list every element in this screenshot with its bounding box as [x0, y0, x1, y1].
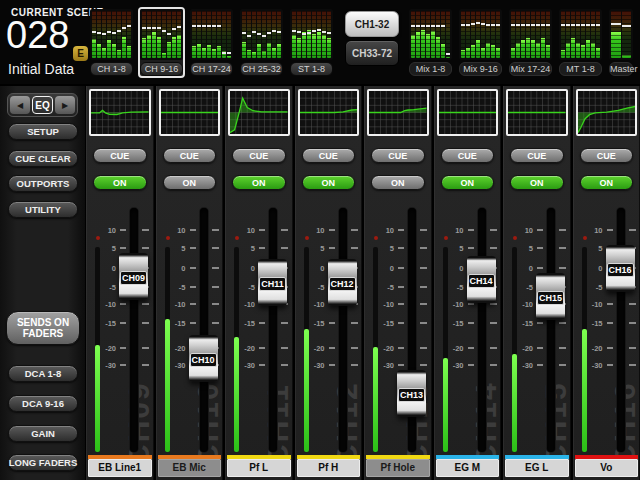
meter-bar — [177, 11, 181, 58]
sends-on-faders-button[interactable]: SENDS ON FADERS — [6, 311, 80, 345]
cue-button[interactable]: CUE — [441, 148, 495, 163]
eq-thumbnail[interactable] — [437, 89, 499, 136]
cue-button[interactable]: CUE — [371, 148, 425, 163]
fader-track[interactable] — [130, 208, 138, 452]
fader-knob[interactable]: CH10 — [189, 335, 218, 382]
fader-scale-label: 10 — [585, 226, 603, 235]
input-meter-block-ch-1-8[interactable]: CH 1-8 — [88, 7, 135, 78]
fader-track[interactable] — [339, 208, 347, 452]
output-meter-block-mix-17-24[interactable]: Mix 17-24 — [507, 7, 554, 78]
channel-name-plate[interactable]: Pf H — [297, 459, 361, 477]
cue-button[interactable]: CUE — [93, 148, 147, 163]
on-button[interactable]: ON — [232, 175, 286, 190]
input-meter-block-st-1-8[interactable]: ST 1-8 — [288, 7, 335, 78]
scale-tick — [607, 364, 613, 366]
on-button[interactable]: ON — [302, 175, 356, 190]
scale-tick — [212, 303, 219, 305]
fader-scale-label: -20 — [515, 344, 533, 353]
eq-thumbnail[interactable] — [159, 89, 221, 136]
channel-name-plate[interactable]: Pf L — [227, 459, 291, 477]
scale-tick — [329, 347, 335, 349]
cue-button[interactable]: CUE — [302, 148, 356, 163]
mode-next-button[interactable]: ▶ — [55, 96, 75, 114]
eq-thumbnail[interactable] — [228, 89, 290, 136]
meter-bar-fill — [157, 37, 161, 58]
fader-position-tick — [541, 24, 545, 26]
fader-knob[interactable]: CH14 — [467, 256, 496, 303]
scale-tick — [190, 229, 196, 231]
fader-knob[interactable]: CH16 — [606, 245, 635, 292]
scale-tick — [120, 229, 126, 231]
outports-button[interactable]: OUTPORTS — [8, 175, 78, 192]
channel-name-plate[interactable]: EG L — [505, 459, 569, 477]
fader-knob[interactable]: CH12 — [328, 259, 357, 306]
fader-scale-row: -30 — [225, 361, 293, 369]
scale-tick — [142, 347, 149, 349]
dca-9-16-button[interactable]: DCA 9-16 — [8, 395, 78, 412]
eq-thumbnail[interactable] — [506, 89, 568, 136]
scale-tick — [142, 364, 149, 366]
meter-block-label: Master — [609, 62, 633, 76]
input-meter-block-ch-17-24[interactable]: CH 17-24 — [188, 7, 235, 78]
cue-clear-button[interactable]: CUE CLEAR — [8, 150, 78, 167]
fader-position-tick — [416, 25, 420, 27]
channel-name-plate[interactable]: Pf Hole — [366, 459, 430, 477]
meter-bar — [222, 11, 226, 58]
input-meter-block-ch-9-16[interactable]: CH 9-16 — [138, 7, 185, 78]
eq-thumbnail[interactable] — [298, 89, 360, 136]
cue-button[interactable]: CUE — [580, 148, 634, 163]
input-meter-block-ch-25-32[interactable]: CH 25-32 — [238, 7, 285, 78]
meter-bar — [212, 11, 216, 58]
meter-bar-fill — [147, 35, 151, 58]
on-button[interactable]: ON — [93, 175, 147, 190]
fader-scale-row: 5 — [225, 244, 293, 252]
eq-thumbnail[interactable] — [367, 89, 429, 136]
on-button[interactable]: ON — [580, 175, 634, 190]
fader-knob[interactable]: CH15 — [536, 273, 565, 320]
setup-button[interactable]: SETUP — [8, 123, 78, 140]
meter-bar — [481, 11, 485, 58]
meter-bars — [290, 9, 333, 60]
scale-tick — [629, 322, 636, 324]
cue-button[interactable]: CUE — [163, 148, 217, 163]
output-meter-block-master[interactable]: Master — [607, 7, 635, 78]
output-meter-block-mt-1-8[interactable]: MT 1-8 — [557, 7, 604, 78]
eq-thumbnail[interactable] — [576, 89, 638, 136]
fader-knob[interactable]: CH13 — [397, 370, 426, 417]
input-meter-blocks: CH 1-8CH 9-16CH 17-24CH 25-32ST 1-8 — [88, 7, 335, 78]
channel-name-plate[interactable]: EB Mic — [158, 459, 222, 477]
on-button[interactable]: ON — [441, 175, 495, 190]
meter-bar — [416, 11, 420, 58]
output-meter-block-mix-9-16[interactable]: Mix 9-16 — [457, 7, 504, 78]
on-button[interactable]: ON — [510, 175, 564, 190]
utility-button[interactable]: UTILITY — [8, 201, 78, 218]
fader-position-tick — [441, 25, 445, 27]
on-button[interactable]: ON — [163, 175, 217, 190]
channel-name-plate[interactable]: EB Line1 — [88, 459, 152, 477]
bank-button-ch33-72[interactable]: CH33-72 — [345, 40, 399, 66]
cue-button[interactable]: CUE — [232, 148, 286, 163]
channel-name-plate[interactable]: Vo — [575, 459, 639, 477]
eq-thumbnail[interactable] — [89, 89, 151, 136]
channel-name-plate[interactable]: EG M — [436, 459, 500, 477]
gain-button[interactable]: GAIN — [8, 425, 78, 442]
meter-bar-fill — [521, 40, 525, 58]
bank-button-ch1-32[interactable]: CH1-32 — [345, 11, 399, 37]
cue-button[interactable]: CUE — [510, 148, 564, 163]
fader-scale-row: 0 — [364, 264, 432, 272]
dca-1-8-button[interactable]: DCA 1-8 — [8, 365, 78, 382]
fader-track[interactable] — [269, 208, 277, 452]
output-meter-block-mix-1-8[interactable]: Mix 1-8 — [407, 7, 454, 78]
fader-knob[interactable]: CH09 — [119, 253, 148, 300]
fader-track[interactable] — [200, 208, 208, 452]
fader-knob[interactable]: CH11 — [258, 259, 287, 306]
fader-track[interactable] — [478, 208, 486, 452]
meter-bar-fill — [416, 32, 420, 58]
fader-track[interactable] — [547, 208, 555, 452]
long-faders-button[interactable]: LONG FADERS — [8, 454, 78, 471]
mode-prev-button[interactable]: ◀ — [10, 96, 30, 114]
on-button[interactable]: ON — [371, 175, 425, 190]
fader-scale-label: 0 — [98, 264, 116, 273]
meter-bar — [292, 11, 296, 58]
meter-bar — [112, 11, 116, 58]
